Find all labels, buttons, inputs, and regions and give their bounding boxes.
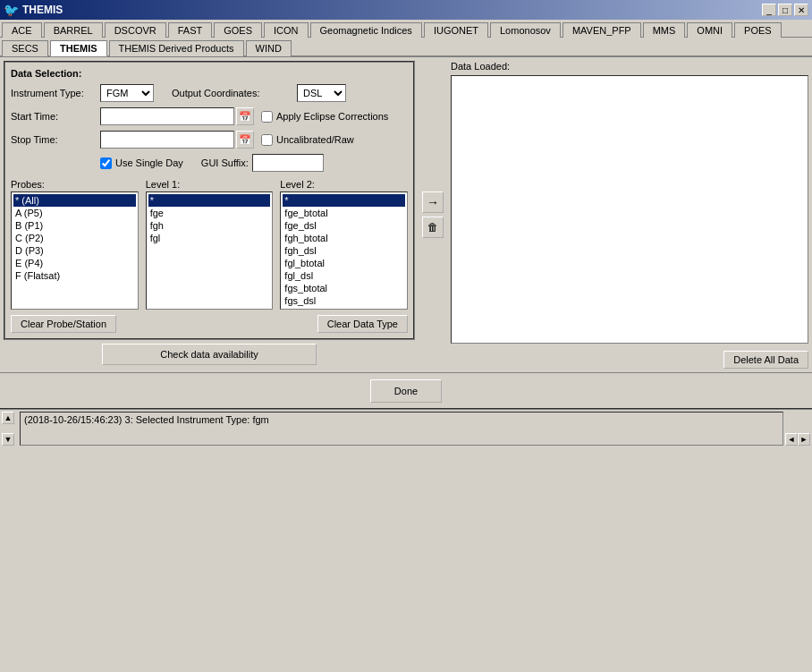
level1-list[interactable]: * fge fgh fgl — [146, 191, 274, 310]
lists-area: Probes: * (All) A (P5) B (P1) C (P2) D (… — [11, 179, 408, 310]
instrument-type-select[interactable]: FGM EFI FBK FFT FIT MOM SCM SST STATE — [100, 84, 154, 102]
single-day-row: Use Single Day GUI Suffix: — [11, 154, 408, 172]
tab-themis-derived[interactable]: THEMIS Derived Products — [109, 40, 244, 56]
tab-themis[interactable]: THEMIS — [50, 40, 107, 56]
tab-mms[interactable]: MMS — [643, 22, 686, 38]
level2-list[interactable]: * fge_btotal fge_dsl fgh_btotal fgh_dsl … — [280, 191, 408, 310]
list-item[interactable]: fgs_btotal — [283, 282, 405, 294]
list-item[interactable]: F (Flatsat) — [13, 269, 136, 282]
stop-time-row: Stop Time: 2007-03-24/00:00:00 📅 Uncalib… — [11, 131, 408, 149]
start-time-row: Start Time: 2007-03-23/00:00:00 📅 Apply … — [11, 107, 408, 125]
data-selection-box: Data Selection: Instrument Type: FGM EFI… — [4, 61, 415, 340]
start-time-calendar-button[interactable]: 📅 — [236, 107, 254, 125]
tab-goes[interactable]: GOES — [214, 22, 262, 38]
tab-poes[interactable]: POES — [734, 22, 782, 38]
tab-geomagnetic[interactable]: Geomagnetic Indices — [310, 22, 422, 38]
start-time-label: Start Time: — [11, 111, 100, 122]
list-item[interactable]: * — [148, 194, 271, 207]
list-item[interactable]: C (P2) — [13, 232, 136, 244]
tab-barrel[interactable]: BARREL — [44, 22, 103, 38]
use-single-day-label: Use Single Day — [115, 157, 183, 168]
probes-label: Probes: — [11, 179, 139, 190]
stop-time-input[interactable]: 2007-03-24/00:00:00 — [100, 131, 234, 149]
tab-icon[interactable]: ICON — [264, 22, 309, 38]
list-item[interactable]: fgl_btotal — [283, 257, 405, 269]
tabs-row1: ACE BARREL DSCOVR FAST GOES ICON Geomagn… — [0, 20, 812, 38]
close-button[interactable]: ✕ — [794, 4, 808, 16]
list-item[interactable]: fgs_dsl — [283, 294, 405, 307]
delete-from-queue-button[interactable]: 🗑 — [422, 217, 444, 238]
list-item[interactable]: fgl_dsl — [283, 269, 405, 282]
status-scroll-right[interactable]: ► — [798, 433, 810, 446]
probes-list[interactable]: * (All) A (P5) B (P1) C (P2) D (P3) E (P… — [11, 191, 139, 310]
data-loaded-box — [451, 75, 808, 344]
status-scroll-left[interactable]: ◄ — [785, 433, 798, 446]
check-availability-row: Check data availability — [4, 340, 415, 369]
tab-maven-pfp[interactable]: MAVEN_PFP — [562, 22, 641, 38]
window-title: THEMIS — [22, 4, 63, 16]
list-item[interactable]: A (P5) — [13, 207, 136, 219]
tab-omni[interactable]: OMNI — [687, 22, 732, 38]
list-item[interactable]: fgh — [148, 219, 271, 232]
maximize-button[interactable]: □ — [778, 4, 792, 16]
list-item[interactable]: B (P1) — [13, 219, 136, 232]
list-item[interactable]: * — [283, 194, 405, 207]
list-item[interactable]: D (P3) — [13, 244, 136, 257]
list-item[interactable]: fge_dsl — [283, 219, 405, 232]
list-item[interactable]: fgh_dsl — [283, 244, 405, 257]
output-coordinates-label: Output Coordinates: — [172, 88, 297, 98]
level2-label: Level 2: — [280, 179, 408, 190]
done-button[interactable]: Done — [370, 379, 442, 403]
gui-suffix-input[interactable] — [252, 154, 324, 172]
clear-data-button[interactable]: Clear Data Type — [317, 315, 408, 333]
list-item[interactable]: fgh_btotal — [283, 232, 405, 244]
delete-all-button[interactable]: Delete All Data — [723, 351, 808, 369]
use-single-day-checkbox[interactable] — [100, 157, 112, 169]
stop-time-label: Stop Time: — [11, 134, 100, 145]
tab-lomonosov[interactable]: Lomonosov — [490, 22, 561, 38]
list-buttons-row: Clear Probe/Station Clear Data Type — [11, 315, 408, 333]
left-panel: Data Selection: Instrument Type: FGM EFI… — [4, 61, 415, 369]
bottom-bar: Done — [0, 372, 812, 408]
minimize-button[interactable]: _ — [762, 4, 776, 16]
clear-probe-button[interactable]: Clear Probe/Station — [11, 315, 116, 333]
status-scroll-down[interactable]: ▼ — [2, 433, 14, 446]
level1-group: Level 1: * fge fgh fgl — [146, 179, 274, 310]
tab-fast[interactable]: FAST — [168, 22, 213, 38]
list-item[interactable]: fge_btotal — [283, 207, 405, 219]
list-item[interactable]: * (All) — [13, 194, 136, 207]
app-icon: 🐦 — [4, 3, 19, 17]
arrow-panel: → 🗑 — [419, 61, 447, 369]
apply-eclipse-label: Apply Eclipse Corrections — [276, 111, 388, 122]
tab-dscovr[interactable]: DSCOVR — [105, 22, 166, 38]
gui-suffix-label: GUI Suffix: — [201, 157, 249, 168]
tab-secs[interactable]: SECS — [2, 40, 48, 56]
level1-label: Level 1: — [146, 179, 274, 190]
tab-iugonet[interactable]: IUGONET — [424, 22, 488, 38]
tabs-row2: SECS THEMIS THEMIS Derived Products WIND — [0, 38, 812, 57]
data-selection-label: Data Selection: — [11, 68, 408, 79]
status-text: (2018-10-26/15:46:23) 3: Selected Instru… — [20, 412, 783, 446]
stop-time-calendar-button[interactable]: 📅 — [236, 131, 254, 149]
main-panels: Data Selection: Instrument Type: FGM EFI… — [0, 57, 812, 372]
output-coordinates-select[interactable]: DSL GSE GSM GEI SPG — [297, 84, 346, 102]
apply-eclipse-checkbox[interactable] — [261, 111, 273, 123]
data-loaded-label: Data Loaded: — [451, 61, 808, 72]
uncalibrated-label: Uncalibrated/Raw — [276, 134, 354, 145]
check-availability-button[interactable]: Check data availability — [102, 344, 317, 365]
probes-group: Probes: * (All) A (P5) B (P1) C (P2) D (… — [11, 179, 139, 310]
uncalibrated-checkbox[interactable] — [261, 134, 273, 146]
instrument-type-label: Instrument Type: — [11, 88, 100, 98]
list-item[interactable]: fge — [148, 207, 271, 219]
list-item[interactable]: E (P4) — [13, 257, 136, 269]
instrument-row: Instrument Type: FGM EFI FBK FFT FIT MOM… — [11, 84, 408, 102]
start-time-input[interactable]: 2007-03-23/00:00:00 — [100, 107, 234, 125]
data-panel: Data Loaded: Delete All Data — [451, 61, 808, 369]
tab-ace[interactable]: ACE — [2, 22, 42, 38]
window-controls: _ □ ✕ — [762, 4, 808, 16]
list-item[interactable]: fgl — [148, 232, 271, 244]
title-bar: 🐦 THEMIS _ □ ✕ — [0, 0, 812, 20]
add-to-queue-button[interactable]: → — [422, 191, 444, 213]
tab-wind[interactable]: WIND — [246, 40, 292, 56]
status-scroll-up[interactable]: ▲ — [2, 412, 14, 424]
